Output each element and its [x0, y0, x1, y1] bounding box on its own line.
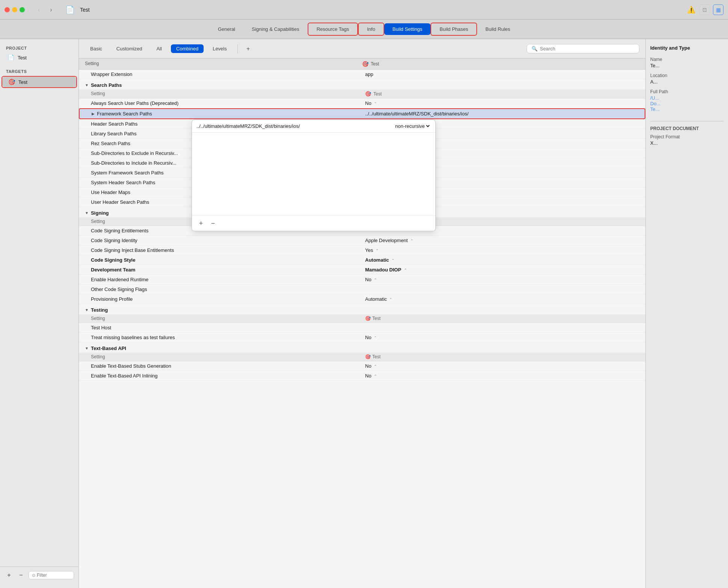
treat-missing-baselines-key: Treat missing baselines as test failures — [91, 335, 365, 340]
framework-row-triangle: ▶ — [92, 112, 95, 116]
title-icon: 📄 — [65, 5, 75, 14]
nav-forward-button[interactable]: › — [46, 5, 56, 15]
right-panel-location-value: A... — [650, 79, 723, 85]
wrapper-extension-key: Wrapper Extension — [91, 71, 365, 77]
testing-col-header: Setting 🎯Test — [79, 314, 645, 323]
provisioning-profile-row[interactable]: Provisioning Profile Automatic ⌃ — [79, 294, 645, 304]
minimize-button[interactable] — [12, 7, 17, 12]
maximize-button[interactable] — [20, 7, 25, 12]
filter-add-button[interactable]: + — [243, 44, 254, 54]
warning-icon[interactable]: ⚠️ — [686, 5, 696, 15]
enable-text-stubs-val: No ⌃ — [365, 363, 639, 369]
enable-hardened-key: Enable Hardened Runtime — [91, 277, 365, 282]
framework-search-row[interactable]: ▶ Framework Search Paths ../../ultimate/… — [79, 108, 645, 119]
search-paths-section-header[interactable]: ▼ Search Paths — [79, 79, 645, 89]
enable-text-stubs-row[interactable]: Enable Text-Based Stubs Generation No ⌃ — [79, 361, 645, 371]
close-button[interactable] — [5, 7, 10, 12]
always-search-val: No ⌃ — [365, 100, 639, 106]
text-based-api-triangle: ▼ — [85, 346, 89, 350]
popover-path-row: ../../ultimate/ultimateMRZ/SDK_dist/bina… — [192, 120, 435, 133]
code-signing-identity-row[interactable]: Code Signing Identity Apple Development … — [79, 236, 645, 246]
filter-divider — [237, 44, 238, 53]
sidebar-footer: + − ⊙ — [0, 567, 79, 583]
value-col-label: 🎯 Test — [365, 91, 639, 97]
layout-toggle-button[interactable]: ⊡ — [699, 5, 710, 15]
title-bar: ‹ › 📄 Test ⚠️ ⊡ ▦ — [0, 0, 728, 20]
project-icon: 📄 — [8, 54, 15, 61]
sidebar-item-target-test[interactable]: 🎯 Test — [2, 77, 76, 87]
right-panel-title: Identity and Type — [650, 45, 723, 51]
provisioning-profile-key: Provisioning Profile — [91, 296, 365, 302]
enable-text-inlining-row[interactable]: Enable Text-Based API Inlining No ⌃ — [79, 371, 645, 381]
testing-label: Testing — [91, 307, 108, 313]
test-host-row[interactable]: Test Host — [79, 323, 645, 333]
code-signing-style-row[interactable]: Code Signing Style Automatic ⌃ — [79, 255, 645, 265]
popover-path-text: ../../ultimate/ultimateMRZ/SDK_dist/bina… — [196, 123, 390, 129]
always-search-row[interactable]: Always Search User Paths (Deprecated) No… — [79, 99, 645, 108]
remove-target-button[interactable]: − — [17, 571, 26, 580]
enable-text-inlining-key: Enable Text-Based API Inlining — [91, 373, 365, 379]
right-panel-project-format-field: Project Format X... — [650, 134, 723, 146]
table-area: Setting 🎯 Test Wrapper Extension app ▼ S… — [79, 59, 645, 588]
right-panel-location-field: Location A... — [650, 73, 723, 85]
tab-signing-capabilities[interactable]: Signing & Capabilities — [243, 23, 307, 35]
tab-bar: General Signing & Capabilities Resource … — [0, 20, 728, 39]
test-host-key: Test Host — [91, 325, 365, 330]
filter-levels-button[interactable]: Levels — [207, 44, 232, 53]
popover-recursive-select[interactable]: non-recursive — [394, 123, 431, 129]
search-paths-triangle: ▼ — [85, 83, 89, 87]
add-target-button[interactable]: + — [5, 571, 14, 580]
dev-team-row[interactable]: Development Team Mamadou DIOP ⌃ — [79, 265, 645, 275]
filter-box[interactable]: ⊙ — [29, 571, 74, 579]
tab-build-phases[interactable]: Build Phases — [430, 23, 477, 36]
main-layout: PROJECT 📄 Test TARGETS 🎯 Test + − ⊙ — [0, 39, 728, 588]
right-panel-name-value: Te... — [650, 63, 723, 68]
filter-input[interactable] — [37, 573, 67, 578]
filter-combined-button[interactable]: Combined — [171, 44, 204, 53]
tab-build-rules[interactable]: Build Rules — [477, 23, 518, 35]
framework-row-container: ▶ Framework Search Paths ../../ultimate/… — [79, 108, 645, 119]
right-panel-toggle-button[interactable]: ▦ — [713, 5, 723, 15]
tab-info[interactable]: Info — [358, 23, 384, 36]
wrapper-extension-row[interactable]: Wrapper Extension app — [79, 70, 645, 79]
text-api-col-header: Setting 🎯Test — [79, 353, 645, 361]
nav-back-button[interactable]: ‹ — [34, 5, 44, 15]
text-based-api-section-header[interactable]: ▼ Text-Based API — [79, 342, 645, 353]
enable-hardened-row[interactable]: Enable Hardened Runtime No ⌃ — [79, 275, 645, 285]
nav-controls: ‹ › — [34, 5, 56, 15]
tab-general[interactable]: General — [210, 23, 243, 35]
dev-team-key: Development Team — [91, 267, 365, 273]
dev-team-val: Mamadou DIOP ⌃ — [365, 267, 639, 273]
title-bar-right: ⚠️ ⊡ ▦ — [686, 5, 723, 15]
provisioning-profile-val: Automatic ⌃ — [365, 296, 639, 302]
code-signing-identity-key: Code Signing Identity — [91, 238, 365, 243]
framework-search-key: ▶ Framework Search Paths — [92, 111, 365, 117]
signing-label: Signing — [91, 210, 109, 216]
code-signing-style-val: Automatic ⌃ — [365, 257, 639, 263]
search-input[interactable] — [540, 46, 634, 52]
code-signing-identity-val: Apple Development ⌃ — [365, 238, 639, 243]
filter-customized-button[interactable]: Customized — [111, 44, 148, 53]
popover-remove-button[interactable]: − — [208, 219, 217, 228]
search-paths-col-header: Setting 🎯 Test — [79, 89, 645, 99]
content-area: Basic Customized All Combined Levels + 🔍… — [79, 39, 645, 588]
right-panel-fullpath-field: Full Path /U...Do...Te... — [650, 89, 723, 112]
filter-all-button[interactable]: All — [151, 44, 167, 53]
app-window: ‹ › 📄 Test ⚠️ ⊡ ▦ General Signing & Capa… — [0, 0, 728, 588]
filter-basic-button[interactable]: Basic — [85, 44, 107, 53]
right-panel-project-format-value: X... — [650, 140, 723, 146]
popover-add-button[interactable]: + — [196, 219, 205, 228]
code-signing-inject-row[interactable]: Code Signing Inject Base Entitlements Ye… — [79, 246, 645, 255]
sidebar-item-project[interactable]: 📄 Test — [2, 52, 77, 63]
tab-build-settings[interactable]: Build Settings — [384, 23, 431, 35]
signing-triangle: ▼ — [85, 211, 89, 215]
right-panel-fullpath-value[interactable]: /U...Do...Te... — [650, 95, 723, 112]
right-panel-project-doc-label: Project Document — [650, 126, 723, 131]
other-code-signing-row[interactable]: Other Code Signing Flags — [79, 285, 645, 294]
right-panel-name-label: Name — [650, 57, 723, 62]
target-icon: 🎯 — [8, 79, 15, 85]
testing-section-header[interactable]: ▼ Testing — [79, 304, 645, 314]
tab-resource-tags[interactable]: Resource Tags — [308, 23, 358, 36]
treat-missing-baselines-row[interactable]: Treat missing baselines as test failures… — [79, 333, 645, 342]
filter-icon: ⊙ — [32, 573, 35, 578]
